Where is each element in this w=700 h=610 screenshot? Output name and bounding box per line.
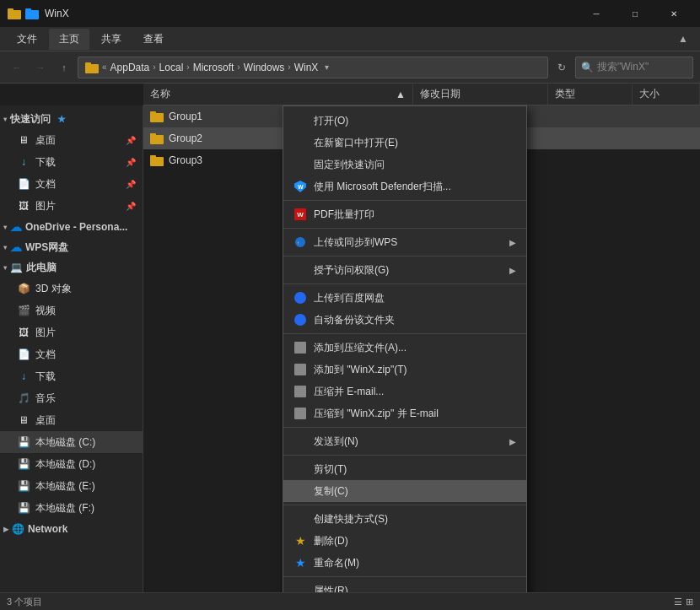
sidebar-docs2-label: 文档 [35, 348, 56, 362]
sidebar-group-quick-access[interactable]: ▾ 快速访问 ★ [0, 109, 143, 129]
svg-rect-0 [8, 10, 21, 19]
wps-arrow: ▾ [3, 244, 7, 251]
sidebar-item-drive-d[interactable]: 💾 本地磁盘 (D:) [0, 453, 143, 475]
sidebar-item-docs-quick[interactable]: 📄 文档 📌 [0, 173, 143, 195]
refresh-button[interactable]: ↻ [552, 57, 572, 78]
sidebar-group-wps[interactable]: ▾ ☁ WPS网盘 [0, 237, 143, 257]
sidebar-item-docs[interactable]: 📄 文档 [0, 343, 143, 365]
pin-icon: 📌 [126, 136, 136, 145]
ctx-rename[interactable]: ★ 重命名(M) [283, 552, 526, 574]
sidebar-item-desktop-quick[interactable]: 🖥 桌面 📌 [0, 129, 143, 151]
sidebar-item-desktop[interactable]: 🖥 桌面 [0, 409, 143, 431]
ctx-send-arrow: ▶ [509, 437, 516, 446]
ribbon-collapse-icon[interactable]: ▲ [673, 29, 693, 49]
ctx-baidu-upload[interactable]: 上传到百度网盘 [283, 287, 526, 309]
ctx-open-new-window[interactable]: 在新窗口中打开(E) [283, 132, 526, 154]
ctx-pin-quick[interactable]: 固定到快速访问 [283, 154, 526, 175]
ctx-compress-email[interactable]: 压缩并 E-mail... [283, 381, 526, 402]
ctx-open[interactable]: 打开(O) [283, 110, 526, 132]
svg-rect-11 [150, 155, 156, 158]
sidebar-item-drive-f[interactable]: 💾 本地磁盘 (F:) [0, 497, 143, 519]
downloads2-icon: ↓ [17, 370, 30, 383]
sidebar-group-thispc[interactable]: ▾ 💻 此电脑 [0, 257, 143, 278]
tab-view[interactable]: 查看 [133, 29, 174, 50]
ctx-copy[interactable]: 复制(C) [283, 480, 526, 502]
thispc-label: 此电脑 [26, 261, 57, 275]
ctx-grant-access[interactable]: 授予访问权限(G) ▶ [283, 259, 526, 281]
ctx-compress-add[interactable]: 添加到压缩文件(A)... [283, 337, 526, 359]
path-microsoft: Microsoft [193, 62, 234, 73]
sidebar-item-music[interactable]: 🎵 音乐 [0, 387, 143, 409]
ctx-compress-zip-email[interactable]: 压缩到 "WinX.zip" 并 E-mail [283, 402, 526, 424]
ctx-compress-zip[interactable]: 添加到 "WinX.zip"(T) [283, 359, 526, 381]
wps-label: WPS网盘 [25, 240, 68, 255]
addressbar: ← → ↑ « AppData › Local › Microsoft › Wi… [0, 51, 700, 84]
statusbar-grid-view-icon[interactable]: ⊞ [686, 597, 693, 607]
file-content: Group1 Group2 Group3 打开(O) [143, 105, 700, 592]
titlebar-left: WinX [7, 6, 69, 21]
pin-icon-3: 📌 [126, 180, 136, 189]
col-header-name[interactable]: 名称 ▲ [143, 84, 413, 105]
sidebar-drive-f-label: 本地磁盘 (F:) [35, 501, 94, 516]
ctx-shield-icon: W [293, 180, 307, 193]
drive-f-icon: 💾 [17, 501, 30, 515]
ctx-grant-arrow: ▶ [509, 266, 516, 275]
ctx-compress2-icon [293, 363, 307, 376]
ctx-sep-7 [283, 455, 526, 456]
titlebar-folder-icon [7, 6, 22, 21]
wps-cloud-icon: ☁ [10, 240, 22, 254]
tab-home[interactable]: 主页 [49, 29, 89, 50]
sidebar-drive-d-label: 本地磁盘 (D:) [35, 457, 95, 472]
nav-back-button[interactable]: ← [7, 57, 27, 78]
sidebar-item-drive-e[interactable]: 💾 本地磁盘 (E:) [0, 475, 143, 497]
nav-forward-button[interactable]: → [30, 57, 51, 78]
ctx-pdf-print[interactable]: W PDF批量打印 [283, 203, 526, 225]
sidebar-downloads2-label: 下载 [35, 370, 56, 384]
sidebar-item-pics[interactable]: 🖼 图片 [0, 321, 143, 343]
sidebar-group-onedrive[interactable]: ▾ ☁ OneDrive - Persona... [0, 217, 143, 237]
col-header-type[interactable]: 类型 [548, 84, 633, 105]
minimize-button[interactable]: ─ [577, 0, 616, 27]
ctx-sep-5 [283, 333, 526, 334]
sidebar-downloads-label: 下载 [35, 155, 56, 170]
network-icon: 🌐 [12, 523, 24, 535]
ribbon-tabs: 文件 主页 共享 查看 ▲ [0, 27, 700, 51]
sidebar-group-network[interactable]: ▶ 🌐 Network [0, 519, 143, 539]
sidebar-item-video[interactable]: 🎬 视频 [0, 300, 143, 321]
close-button[interactable]: ✕ [654, 0, 693, 27]
sidebar-item-downloads[interactable]: ↓ 下载 [0, 365, 143, 387]
ctx-defender[interactable]: W 使用 Microsoft Defender扫描... [283, 175, 526, 197]
ctx-wps-sync[interactable]: ↑ 上传或同步到WPS ▶ [283, 231, 526, 253]
thispc-arrow: ▾ [3, 264, 7, 272]
tab-file[interactable]: 文件 [7, 29, 47, 50]
nav-up-button[interactable]: ↑ [54, 57, 74, 78]
statusbar-icons: ☰ ⊞ [674, 597, 693, 607]
onedrive-arrow: ▾ [3, 224, 7, 231]
ctx-properties[interactable]: 属性(R) [283, 580, 526, 592]
ribbon: 文件 主页 共享 查看 ▲ [0, 27, 700, 51]
sidebar-item-downloads-quick[interactable]: ↓ 下载 📌 [0, 151, 143, 173]
pics2-icon: 🖼 [17, 326, 30, 339]
address-path[interactable]: « AppData › Local › Microsoft › Windows … [78, 57, 548, 78]
search-box[interactable]: 🔍 搜索"WinX" [575, 57, 693, 78]
ctx-baidu1-icon [293, 291, 307, 305]
ctx-cut[interactable]: 剪切(T) [283, 458, 526, 480]
ctx-delete[interactable]: ★ 删除(D) [283, 530, 526, 552]
ctx-create-shortcut[interactable]: 创建快捷方式(S) [283, 508, 526, 530]
col-header-size[interactable]: 大小 [633, 84, 700, 105]
group1-folder-icon [150, 111, 164, 122]
tab-share[interactable]: 共享 [91, 29, 132, 50]
sidebar-item-3d[interactable]: 📦 3D 对象 [0, 278, 143, 300]
quick-access-label: 快速访问 [10, 112, 51, 127]
ctx-baidu-backup[interactable]: 自动备份该文件夹 [283, 309, 526, 331]
ctx-copy-icon [293, 484, 307, 498]
titlebar: WinX ─ □ ✕ [0, 0, 700, 27]
maximize-button[interactable]: □ [616, 0, 654, 27]
sidebar-item-pics-quick[interactable]: 🖼 图片 📌 [0, 195, 143, 217]
sidebar-item-drive-c[interactable]: 💾 本地磁盘 (C:) [0, 431, 143, 453]
ctx-send-to[interactable]: 发送到(N) ▶ [283, 430, 526, 452]
col-header-modified[interactable]: 修改日期 [413, 84, 548, 105]
svg-rect-7 [150, 111, 156, 114]
docs-icon: 📄 [17, 177, 30, 191]
statusbar-list-view-icon[interactable]: ☰ [674, 597, 682, 607]
